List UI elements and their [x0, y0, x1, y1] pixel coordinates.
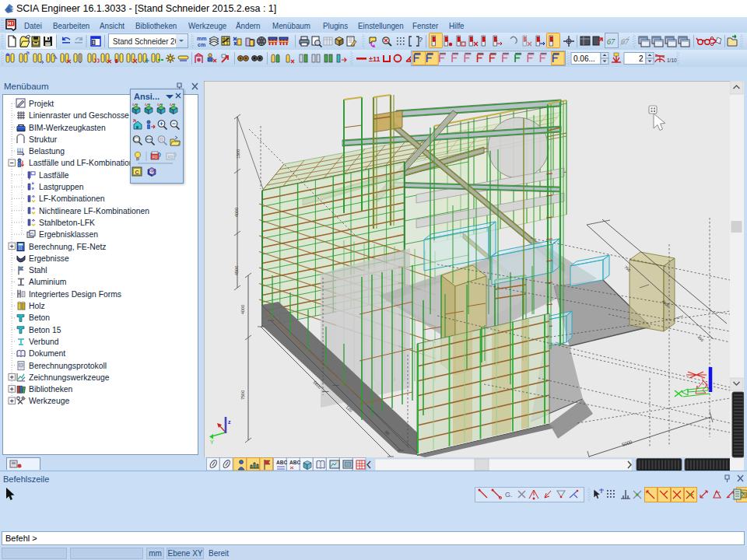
- svg-text:0.06...: 0.06...: [573, 54, 595, 63]
- svg-text:Aluminium: Aluminium: [29, 277, 66, 287]
- svg-text:1/10: 1/10: [667, 58, 677, 63]
- svg-text:Berechnungsprotokoll: Berechnungsprotokoll: [29, 360, 107, 370]
- svg-text:1500: 1500: [236, 149, 240, 159]
- svg-text:750: 750: [623, 264, 631, 272]
- svg-text:Linienraster und Geschosse: Linienraster und Geschosse: [29, 110, 129, 121]
- svg-text:?: ?: [419, 36, 423, 44]
- svg-text:Integriertes Design Forms: Integriertes Design Forms: [29, 289, 122, 299]
- svg-text:Werkzeuge: Werkzeuge: [29, 396, 69, 406]
- svg-text:Projekt: Projekt: [29, 98, 54, 108]
- svg-text:4000: 4000: [240, 305, 245, 314]
- svg-text:Bibliotheken: Bibliotheken: [29, 384, 72, 394]
- svg-text:4500: 4500: [234, 266, 239, 275]
- svg-text:FO: FO: [168, 156, 174, 159]
- svg-text:2: 2: [639, 54, 644, 63]
- svg-text:ABC: ABC: [276, 460, 287, 465]
- svg-text:C: C: [135, 170, 139, 175]
- svg-text:Lastfälle: Lastfälle: [39, 170, 69, 180]
- svg-text:5800: 5800: [312, 380, 322, 390]
- svg-text:G.: G.: [505, 491, 513, 499]
- svg-text:cm: cm: [198, 42, 205, 47]
- svg-text:Ergebnisklassen: Ergebnisklassen: [39, 229, 98, 240]
- svg-text:Beton 15: Beton 15: [29, 324, 61, 334]
- svg-text:R: R: [160, 137, 163, 142]
- svg-text:7500: 7500: [240, 390, 245, 400]
- svg-text:±11: ±11: [369, 55, 380, 63]
- svg-text:Struktur: Struktur: [29, 134, 58, 144]
- svg-text:67: 67: [621, 37, 630, 46]
- svg-text:z: z: [228, 419, 231, 425]
- svg-text:BIM-Werkzeugkasten: BIM-Werkzeugkasten: [29, 122, 106, 132]
- svg-text:Y: Y: [210, 439, 214, 445]
- svg-text:Ergebnisse: Ergebnisse: [29, 253, 69, 263]
- svg-text:Berechnung, FE-Netz: Berechnung, FE-Netz: [29, 241, 107, 251]
- svg-text:Dokument: Dokument: [29, 348, 65, 359]
- svg-text:5000: 5000: [622, 439, 633, 447]
- svg-text:90: 90: [384, 429, 391, 436]
- svg-text:Belastung: Belastung: [29, 146, 65, 156]
- svg-text:67: 67: [607, 37, 615, 46]
- svg-text:Stahlbeton-LFK: Stahlbeton-LFK: [39, 217, 96, 227]
- svg-text:Lastgruppen: Lastgruppen: [39, 182, 84, 192]
- svg-text:Beton: Beton: [29, 313, 50, 323]
- svg-text:ABC: ABC: [289, 460, 300, 465]
- svg-text:Zeichnungswerkzeuge: Zeichnungswerkzeuge: [29, 372, 110, 382]
- svg-text:Nichtlineare LF-Kombinationen: Nichtlineare LF-Kombinationen: [39, 205, 149, 215]
- svg-text:Ansi...: Ansi...: [134, 92, 160, 101]
- svg-text:4000: 4000: [234, 208, 239, 217]
- svg-text:Verbund: Verbund: [29, 336, 59, 346]
- svg-text:Stahl: Stahl: [29, 265, 47, 275]
- svg-text:FO: FO: [153, 156, 158, 159]
- svg-text:LF-Kombinationen: LF-Kombinationen: [39, 194, 105, 204]
- svg-text:Lastfälle und LF-Kombinationen: Lastfälle und LF-Kombinationen: [29, 158, 142, 168]
- svg-text:Holz: Holz: [29, 301, 45, 311]
- svg-text:mm: mm: [197, 36, 206, 41]
